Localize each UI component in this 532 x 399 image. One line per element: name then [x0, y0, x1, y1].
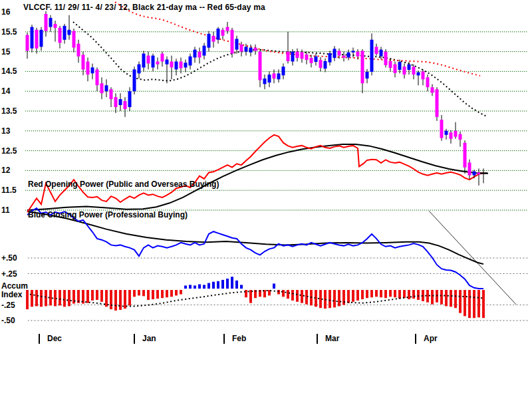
closing-power-label: Blue Closing Power (Professional Buying) [28, 211, 188, 219]
accum-axis-label: -.50 [1, 317, 15, 325]
chart-canvas [0, 0, 532, 399]
month-label: Dec [47, 334, 62, 343]
stock-chart: VLCCF. 11/ 29/ 11- 4/ 23/ 12. Black 21-d… [0, 0, 532, 399]
price-axis-label: 13 [1, 127, 10, 136]
month-ticks [39, 334, 416, 344]
price-axis-label: 13.5 [1, 107, 17, 116]
accum-axis-label: +.25 [1, 270, 17, 279]
candlesticks [26, 11, 489, 186]
month-label: Feb [232, 334, 246, 343]
ma65-dotted-line [115, 2, 480, 76]
month-label: Mar [325, 334, 339, 343]
accum-index-bars [26, 277, 485, 318]
price-axis-label: 11 [1, 206, 10, 215]
price-axis-label: 15.5 [1, 28, 17, 37]
blue-closing-power-line [27, 208, 483, 289]
price-axis-label: 11.5 [1, 186, 17, 195]
month-label: Apr [424, 334, 438, 343]
red-opening-power-line [27, 135, 483, 212]
price-axis-label: 12 [1, 166, 10, 175]
month-label: Jan [142, 334, 156, 343]
ma21-dotted-line [73, 22, 487, 116]
accum-gridlines [28, 258, 529, 321]
opening-power-ma-line [27, 144, 487, 210]
price-axis-label: 12.5 [1, 147, 17, 156]
opening-power-label: Red Opening Power (Public and Overseas B… [28, 180, 219, 189]
price-axis-label: 14.5 [1, 67, 17, 76]
accum-index-label-line2: Index [1, 291, 22, 299]
price-axis-label: 15 [1, 48, 10, 57]
chart-title: VLCCF. 11/ 29/ 11- 4/ 23/ 12. Black 21-d… [23, 3, 265, 12]
accum-axis-label: -.25 [1, 301, 15, 310]
price-axis-label: 16 [1, 8, 10, 17]
price-axis-label: 14 [1, 87, 10, 96]
accum-axis-label: +.50 [1, 254, 17, 263]
